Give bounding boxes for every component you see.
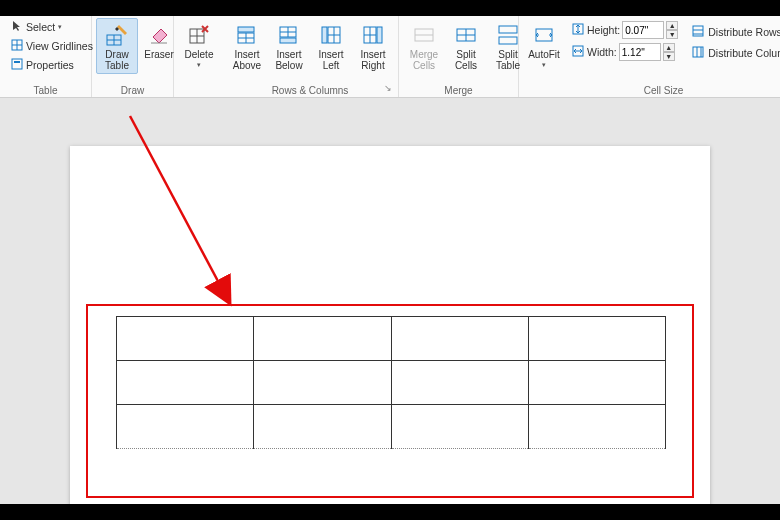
split-cells-icon [454,21,478,49]
distribute-rows-button[interactable]: Distribute Rows [686,22,780,42]
height-icon [571,22,585,38]
row-height-control: Height: ▲▼ [569,20,680,40]
properties-icon [11,58,23,72]
view-gridlines-button[interactable]: View Gridlines [6,37,98,55]
insert-above-icon [235,21,259,49]
insert-left-label: Insert Left [318,49,343,71]
table-cell[interactable] [254,405,391,449]
insert-right-label: Insert Right [360,49,385,71]
document-area[interactable] [0,98,780,504]
table-cell[interactable] [391,361,528,405]
eraser-icon [147,21,171,49]
autofit-label: AutoFit [528,49,560,61]
svg-rect-15 [238,27,254,32]
insert-above-label: Insert Above [233,49,261,71]
svg-rect-19 [280,38,296,43]
table-row[interactable] [117,317,666,361]
autofit-button[interactable]: AutoFit ▾ [523,18,565,72]
group-label-delete-spacer [178,84,218,97]
table-cell[interactable] [528,361,665,405]
group-label-table: Table [4,84,87,97]
svg-rect-3 [12,59,22,69]
distribute-cols-button[interactable]: Distribute Columns [686,43,780,63]
ribbon-group-cell-size: AutoFit ▾ Height: ▲▼ Width: ▲▼ [519,16,780,97]
split-cells-button[interactable]: Split Cells [445,18,487,74]
svg-line-44 [130,116,228,300]
distribute-rows-icon [691,24,705,40]
table-cell[interactable] [254,361,391,405]
height-spin-down[interactable]: ▼ [666,30,678,39]
table-cell[interactable] [117,317,254,361]
svg-rect-33 [499,26,517,33]
insert-below-label: Insert Below [275,49,302,71]
select-label: Select [26,21,55,33]
document-page[interactable] [70,146,710,504]
svg-rect-23 [322,27,327,43]
insert-right-icon [361,21,385,49]
grid-icon [11,39,23,53]
height-input[interactable] [622,21,664,39]
group-label-draw: Draw [96,84,169,97]
height-spin-up[interactable]: ▲ [666,21,678,30]
autofit-icon [532,21,556,49]
select-button[interactable]: Select ▾ [6,18,98,36]
table-cell[interactable] [117,405,254,449]
ribbon-group-draw: Draw Table Eraser Draw [92,16,174,97]
distribute-cols-icon [691,45,705,61]
table-cell[interactable] [528,317,665,361]
width-spin-up[interactable]: ▲ [663,43,675,52]
table-row[interactable] [117,405,666,449]
merge-cells-button[interactable]: Merge Cells [403,18,445,74]
chevron-down-icon: ▾ [58,23,62,31]
insert-left-icon [319,21,343,49]
view-gridlines-label: View Gridlines [26,40,93,52]
app-frame: Select ▾ View Gridlines Properties [0,16,780,504]
width-spin-down[interactable]: ▼ [663,52,675,61]
svg-rect-27 [377,27,382,43]
table-cell[interactable] [391,317,528,361]
chevron-down-icon: ▾ [542,61,546,69]
ribbon-group-delete: Delete ▾ [174,16,222,97]
group-label-cell-size: Cell Size [523,84,780,97]
cursor-icon [11,20,23,34]
ribbon: Select ▾ View Gridlines Properties [0,16,780,98]
distribute-cols-label: Distribute Columns [708,47,780,59]
height-label: Height: [587,24,620,36]
dialog-launcher-rows-cols[interactable]: ↘ [384,83,396,95]
svg-rect-4 [14,61,20,63]
table-cell[interactable] [117,361,254,405]
ribbon-group-rows-cols: Insert Above Insert Below Insert Left [222,16,399,97]
properties-button[interactable]: Properties [6,56,98,74]
ribbon-group-table: Select ▾ View Gridlines Properties [0,16,92,97]
split-table-label: Split Table [496,49,520,71]
delete-button[interactable]: Delete ▾ [178,18,220,72]
group-label-rows-cols: Rows & Columns [226,84,394,97]
draw-table-button[interactable]: Draw Table [96,18,138,74]
insert-left-button[interactable]: Insert Left [310,18,352,74]
split-cells-label: Split Cells [455,49,477,71]
merge-cells-label: Merge Cells [410,49,438,71]
insert-right-button[interactable]: Insert Right [352,18,394,74]
table-cell[interactable] [528,405,665,449]
chevron-down-icon: ▾ [197,61,201,69]
table-row[interactable] [117,361,666,405]
table-cell[interactable] [391,405,528,449]
insert-above-button[interactable]: Insert Above [226,18,268,74]
pencil-table-icon [105,21,129,49]
ribbon-group-merge: Merge Cells Split Cells Split Table Merg… [399,16,519,97]
word-table[interactable] [116,316,666,449]
merge-cells-icon [412,21,436,49]
width-input[interactable] [619,43,661,61]
svg-rect-34 [499,37,517,44]
insert-below-button[interactable]: Insert Below [268,18,310,74]
distribute-rows-label: Distribute Rows [708,26,780,38]
split-table-icon [496,21,520,49]
insert-below-icon [277,21,301,49]
width-label: Width: [587,46,617,58]
table-cell[interactable] [254,317,391,361]
width-icon [571,44,585,60]
draw-table-label: Draw Table [105,49,129,71]
annotation-arrow [118,112,318,332]
eraser-label: Eraser [144,49,173,61]
group-label-merge: Merge [403,84,514,97]
